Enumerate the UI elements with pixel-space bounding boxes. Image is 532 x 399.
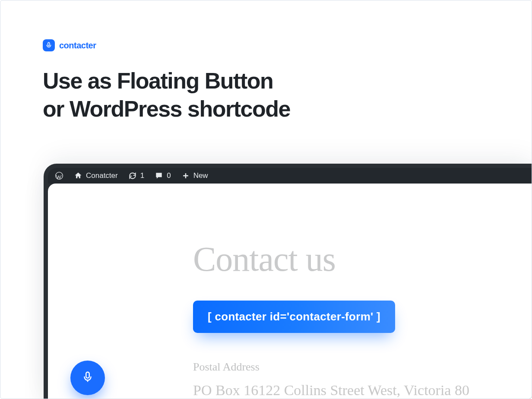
heading-line-1: Use as Floating Button xyxy=(43,68,273,93)
wp-updates-item[interactable]: 1 xyxy=(124,168,149,184)
page-body: Contact us [ contacter id='contacter-for… xyxy=(48,184,532,399)
svg-rect-1 xyxy=(86,372,89,378)
microphone-icon xyxy=(81,370,94,385)
brand-logo-icon xyxy=(43,39,55,51)
outer-frame: contacter Use as Floating Button or Word… xyxy=(0,0,532,399)
main-heading: Use as Floating Button or WordPress shor… xyxy=(43,67,532,123)
shortcode-button[interactable]: [ contacter id='contacter-form' ] xyxy=(193,301,395,333)
wp-comments-count: 0 xyxy=(167,171,171,180)
refresh-icon xyxy=(128,171,137,180)
plus-icon xyxy=(181,171,190,180)
wp-site-name: Conatcter xyxy=(86,171,118,180)
page-title: Contact us xyxy=(193,240,532,279)
wp-content: Contact us [ contacter id='contacter-for… xyxy=(48,184,532,399)
wp-updates-count: 1 xyxy=(140,171,144,180)
postal-address: PO Box 16122 Collins Street West, Victor… xyxy=(193,382,532,399)
heading-line-2: or WordPress shortcode xyxy=(43,96,290,121)
wordpress-icon xyxy=(55,171,63,180)
brand-row: contacter xyxy=(43,39,532,51)
wp-site-item[interactable]: Conatcter xyxy=(70,168,122,184)
brand-text: contacter xyxy=(59,41,96,51)
header-area: contacter Use as Floating Button or Word… xyxy=(0,0,532,123)
postal-label: Postal Address xyxy=(193,361,532,374)
wp-adminbar: Conatcter 1 0 xyxy=(48,168,532,184)
wp-new-label: New xyxy=(193,171,208,180)
wp-new-item[interactable]: New xyxy=(177,168,212,184)
device-frame: Conatcter 1 0 xyxy=(44,164,532,399)
floating-mic-button[interactable] xyxy=(70,361,105,395)
comment-icon xyxy=(155,171,163,180)
home-icon xyxy=(74,171,82,180)
wp-logo-item[interactable] xyxy=(51,168,68,184)
wp-comments-item[interactable]: 0 xyxy=(150,168,175,184)
